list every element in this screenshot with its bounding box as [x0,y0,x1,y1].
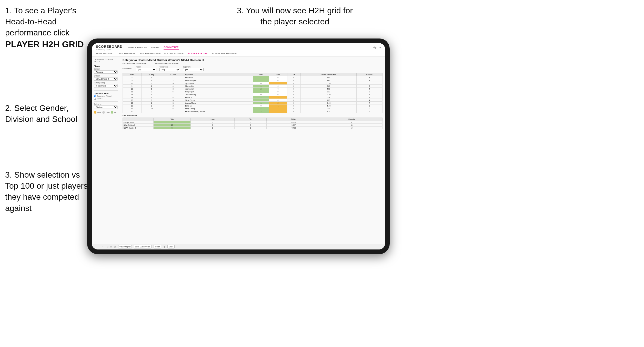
legend-up-dot [111,111,113,114]
th-rounds: Rounds [357,73,383,76]
th-diff: Diff Av Strokes/Rnd [301,73,357,76]
sidebar-division-label: Division [94,75,118,77]
undo-icon[interactable]: ↩ [94,246,96,248]
th-win: Win [253,73,269,76]
sidebar-opponent-view-title: Opponent view [94,92,118,94]
radio-top100-input[interactable] [94,98,96,100]
legend-level-label: Level [106,112,109,113]
out-th-rounds: Rounds [321,118,382,121]
sidebar-colour-by-label: Colour by [94,103,118,105]
nav-link-tournaments[interactable]: TOURNAMENTS [128,46,147,49]
table-row: 3 1 1 Esther Lee 1 0 0 1.50 4 [123,76,383,79]
sidebar-division-select[interactable]: NCAA Division III NCAA Division I NCAA D… [94,77,118,81]
sidebar-colour-by-select[interactable]: Win/loss [94,105,118,109]
sub-nav-player-h2h-grid[interactable]: PLAYER H2H GRID [188,51,208,56]
table-row: 11 2 5 Heejo Hyun 1 0 0 3.33 3 [123,90,383,93]
nav-sign-out[interactable]: Sign out [373,46,381,49]
colour-legend: Down Level Up [94,111,118,114]
nav-link-teams[interactable]: TEAMS [151,46,160,49]
logo-text: SCOREBOARD [96,45,123,49]
th-opponent: Opponent [184,73,253,76]
out-table-row: Foreign Team 1 0 0 4.500 2 [123,121,383,124]
radio-opponents-input[interactable] [94,95,96,97]
main-content: Last Updated: 27/03/2024 16:55:38 Player… [92,56,385,244]
instruction-step2: 2. Select Gender, Division and School [5,103,87,125]
legend-up-label: Up [114,112,116,113]
nav-link-committee[interactable]: COMMITTEE [164,45,179,50]
logo-area: SCOREBOARD Powered by clippd [96,45,123,50]
table-row: 9 1 4 Sharon Mun 1 0 0 3.67 3 [123,85,383,88]
th-tie: Tie [287,73,301,76]
th-conf: # Conf [162,73,184,76]
sub-nav-team-summary[interactable]: TEAM SUMMARY [96,51,114,56]
sub-nav-team-h2h-heatmap[interactable]: TEAM H2H HEATMAP [138,51,161,56]
legend-level-dot [102,111,105,114]
sidebar-player-title: Player [94,65,118,67]
share-icon[interactable]: ⇧ [163,246,165,248]
sub-nav-team-h2h-grid[interactable]: TEAM H2H GRID [117,51,135,56]
table-row: 10 6 3 Andrea York 2 0 0 4.00 4 [123,88,383,90]
view-original-btn[interactable]: View: Original [118,245,132,248]
save-custom-btn[interactable]: Save Custom View [134,245,152,248]
h2h-table: # Div # Reg # Conf Opponent Win Loss Tie… [123,73,383,113]
timer-icon[interactable]: ⏱ [114,246,116,248]
table-row: 16 1 3 Jessica Mason 1 2 0 -0.94 7 [123,102,383,104]
table-row: 19 10 6 Emily Chang 4 1 0 0.30 11 [123,107,383,110]
table-row: 5 2 2 Alexis Sudjianto 1 0 0 4.00 3 [123,79,383,82]
sidebar-gender-select[interactable]: Women's Men's [94,70,118,74]
watch-btn[interactable]: Watch [154,245,161,248]
table-row: 6 3 3 Sydney Kuo 0 1 0 -1.00 [123,82,383,85]
filter-opponent: Opponent (All) [183,66,204,71]
filter-conference: Conference (All) [159,66,180,71]
share-btn[interactable]: Share [167,245,175,248]
out-of-division-table: Win Loss Tie Diff Av Rounds Foreign Team… [123,118,383,129]
out-table-row: NAIA Division 1 15 0 0 9.267 30 [123,124,383,127]
radio-opponents-label[interactable]: Opponents Played [94,95,118,97]
table-row: 13 1 1 Jessica Huang 0 0 0 -3.00 2 [123,93,383,96]
tablet-screen: SCOREBOARD Powered by clippd TOURNAMENTS… [92,43,385,249]
filter-conference-select[interactable]: (All) [159,68,180,71]
sub-nav-player-h2h-heatmap[interactable]: PLAYER H2H HEATMAP [212,51,237,56]
legend-down-label: Down [97,112,101,113]
sub-nav: TEAM SUMMARY TEAM H2H GRID TEAM H2H HEAT… [96,51,381,56]
out-table-row: NCAA Division 2 5 0 0 7.400 10 [123,127,383,129]
table-row: 18 2 2 Euna Lee 0 1 0 -5.00 2 [123,104,383,107]
paste-icon[interactable]: ⧇ [110,245,112,248]
out-th-tie: Tie [234,118,266,121]
table-row: 15 8 5 Stella Cheng 1 0 0 1.25 4 [123,99,383,102]
grid-title: Katelyn Vo Head-to-Head Grid for Women's… [123,59,383,62]
undo2-icon[interactable]: ↩ [98,246,100,248]
out-th-loss: Loss [191,118,235,121]
sidebar-player-select[interactable]: 8. Katelyn Vo [94,84,118,88]
logo-sub: Powered by clippd [96,49,123,50]
filter-opponent-select[interactable]: (All) [183,68,204,71]
bottom-toolbar: ↩ ↩ ↪ ⧉ ⧇ ⏱ View: Original Save Custom V… [92,244,385,249]
table-row: 20 11 7 Federica Domecq Lacroze 2 1 0 1.… [123,110,383,113]
division-record: Division Record: 331 - 34 - 6 [154,62,178,64]
sub-nav-player-summary[interactable]: PLAYER SUMMARY [164,51,185,56]
filter-row: Opponents: Region (All) Conference (All) [123,66,383,71]
th-div: # Div [123,73,142,76]
sidebar-radio-group: Opponents Played Top 100 [94,95,118,100]
filter-region-select[interactable]: (All) [136,68,156,71]
out-th-diff: Diff Av [267,118,321,121]
radio-top100-label[interactable]: Top 100 [94,98,118,100]
out-th-win: Win [154,118,191,121]
nav-bar: SCOREBOARD Powered by clippd TOURNAMENTS… [92,43,385,56]
filter-region: Region (All) [136,66,156,71]
sidebar-player-rank-label: Player (Rank) [94,82,118,84]
sidebar-last-updated: Last Updated: 27/03/2024 16:55:38 [94,59,118,63]
tablet: SCOREBOARD Powered by clippd TOURNAMENTS… [87,38,390,254]
overall-record: Overall Record: 353 - 34 - 6 [123,62,146,64]
instruction-step1: 1. To see a Player's Head-to-Head perfor… [5,5,100,50]
opponents-label: Opponents: [123,68,132,70]
redo-icon[interactable]: ↪ [103,246,105,248]
out-th-team [123,118,154,121]
sidebar: Last Updated: 27/03/2024 16:55:38 Player… [92,56,120,244]
instruction-step3-bot: 3. Show selection vs Top 100 or just pla… [5,169,92,214]
sidebar-gender-label: Gender [94,68,118,70]
th-loss: Loss [269,73,287,76]
grid-area: Katelyn Vo Head-to-Head Grid for Women's… [120,56,385,244]
copy-icon[interactable]: ⧉ [107,245,108,248]
nav-links: TOURNAMENTS TEAMS COMMITTEE [128,45,373,50]
